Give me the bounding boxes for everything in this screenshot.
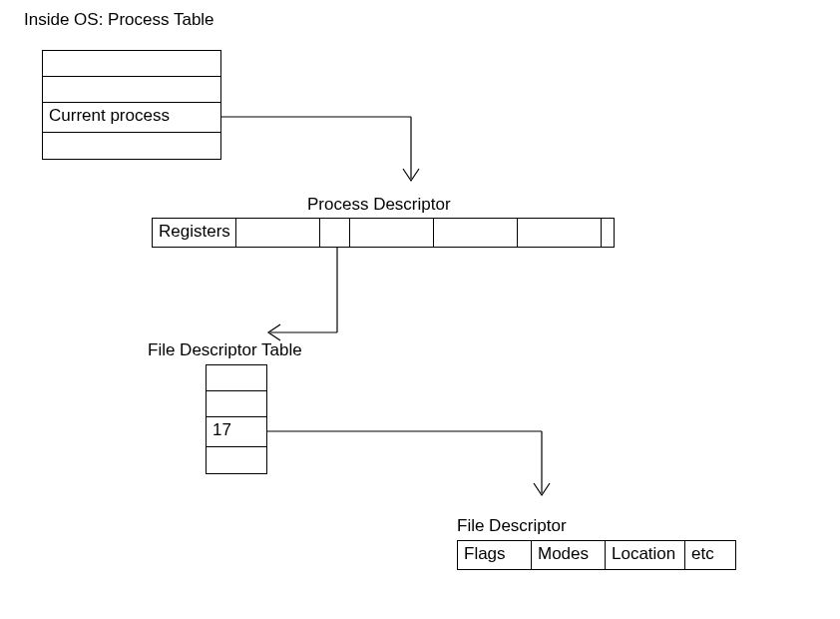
table-row	[43, 51, 220, 77]
table-row	[43, 133, 220, 159]
arrow-process-to-descriptor	[221, 117, 421, 197]
cell	[236, 219, 320, 247]
cell	[350, 219, 434, 247]
fd-table-label: File Descriptor Table	[148, 340, 302, 360]
cell-registers: Registers	[153, 219, 236, 247]
file-descriptor-row: Flags Modes Location etc	[457, 540, 736, 570]
cell	[320, 219, 350, 247]
file-descriptor-label: File Descriptor	[457, 516, 567, 536]
fd-table: 17	[206, 364, 267, 474]
table-row	[43, 77, 220, 103]
page-title: Inside OS: Process Table	[24, 10, 214, 30]
process-descriptor-label: Process Descriptor	[307, 195, 451, 215]
cell	[602, 219, 614, 247]
cell-location: Location	[606, 541, 685, 569]
cell-flags: Flags	[458, 541, 532, 569]
table-row: 17	[207, 417, 266, 447]
table-row	[207, 391, 266, 417]
table-row: Current process	[43, 103, 220, 133]
arrow-descriptor-to-fdtable	[262, 248, 382, 347]
cell	[434, 219, 518, 247]
table-row	[207, 365, 266, 391]
arrow-fdtable-to-fd	[267, 431, 557, 511]
cell	[518, 219, 602, 247]
process-descriptor-row: Registers	[152, 218, 615, 248]
cell-etc: etc	[685, 541, 735, 569]
table-row	[207, 447, 266, 473]
cell-modes: Modes	[532, 541, 606, 569]
process-table: Current process	[42, 50, 221, 160]
